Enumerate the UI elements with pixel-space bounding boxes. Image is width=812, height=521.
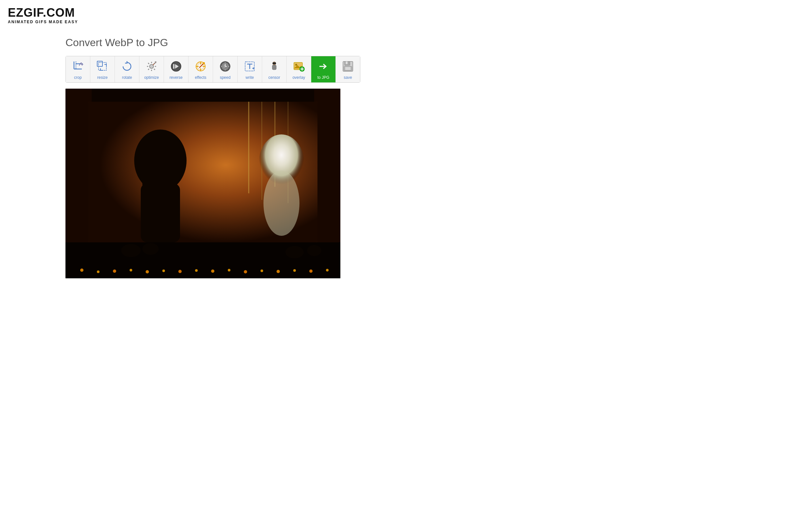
tool-resize[interactable]: resize [90, 56, 115, 83]
censor-icon [267, 59, 282, 74]
logo-area: EZGIF.COM ANIMATED GIFS MADE EASY [0, 0, 812, 30]
reverse-icon [169, 59, 183, 74]
write-icon [242, 59, 257, 74]
svg-rect-45 [272, 65, 276, 70]
svg-point-93 [309, 270, 312, 273]
svg-rect-7 [97, 61, 103, 66]
tool-save[interactable]: save [336, 56, 360, 83]
svg-point-89 [244, 270, 247, 273]
svg-rect-57 [346, 62, 348, 64]
svg-point-84 [162, 270, 165, 272]
speed-icon [218, 59, 233, 74]
tool-censor[interactable]: censor [262, 56, 287, 83]
tool-overlay[interactable]: overlay [287, 56, 311, 83]
svg-point-91 [277, 270, 280, 273]
svg-point-86 [195, 269, 198, 272]
svg-point-48 [295, 64, 297, 66]
svg-point-88 [228, 269, 231, 271]
svg-line-13 [148, 63, 149, 64]
svg-point-85 [178, 270, 182, 273]
tool-rotate[interactable]: rotate [115, 56, 139, 83]
rotate-icon [119, 59, 134, 74]
svg-point-28 [203, 62, 205, 64]
tool-crop-label: crop [74, 75, 82, 80]
tool-effects-label: effects [195, 75, 206, 80]
tool-save-label: save [344, 75, 352, 80]
tool-reverse-label: reverse [170, 75, 183, 80]
image-display [65, 89, 341, 278]
svg-point-79 [80, 269, 84, 272]
tool-effects[interactable]: effects [189, 56, 213, 83]
toolbar: crop resize rot [65, 56, 360, 83]
optimize-icon [144, 59, 159, 74]
svg-marker-4 [80, 63, 83, 65]
svg-point-77 [285, 246, 304, 258]
svg-rect-46 [272, 63, 276, 64]
tool-write[interactable]: write [238, 56, 262, 83]
svg-point-94 [326, 269, 329, 271]
overlay-icon [291, 59, 306, 74]
tool-censor-label: censor [268, 75, 280, 80]
tool-optimize[interactable]: optimize [139, 56, 164, 83]
page-title: Convert WebP to JPG [65, 37, 799, 49]
svg-point-82 [130, 269, 132, 271]
tool-overlay-label: overlay [292, 75, 305, 80]
svg-point-78 [307, 245, 322, 256]
svg-point-76 [142, 243, 159, 255]
logo-subtitle: ANIMATED GIFS MADE EASY [8, 20, 804, 24]
to-jpg-icon [316, 59, 331, 74]
svg-rect-20 [173, 64, 174, 69]
image-container [65, 89, 341, 278]
save-icon [341, 59, 355, 74]
effects-icon [193, 59, 208, 74]
svg-line-14 [154, 69, 155, 70]
svg-point-80 [97, 270, 100, 273]
svg-point-92 [293, 269, 296, 272]
tool-rotate-label: rotate [122, 75, 132, 80]
svg-point-87 [211, 270, 214, 273]
logo-title[interactable]: EZGIF.COM [8, 6, 804, 20]
svg-point-81 [113, 270, 116, 273]
tool-reverse[interactable]: reverse [164, 56, 189, 83]
crop-icon [70, 59, 85, 74]
tool-crop[interactable]: crop [66, 56, 90, 83]
tool-resize-label: resize [97, 75, 108, 80]
svg-point-73 [263, 171, 300, 236]
tool-to-jpg-label: to JPG [317, 75, 330, 80]
main-content: Convert WebP to JPG crop [0, 30, 812, 291]
tool-optimize-label: optimize [144, 75, 159, 80]
svg-point-75 [121, 244, 141, 257]
svg-rect-59 [345, 67, 351, 70]
svg-point-83 [146, 270, 149, 273]
svg-line-16 [148, 69, 149, 70]
resize-icon [95, 59, 110, 74]
tool-speed-label: speed [220, 75, 231, 80]
tool-speed[interactable]: speed [213, 56, 238, 83]
svg-point-90 [261, 270, 263, 272]
tool-to-jpg[interactable]: to JPG [311, 56, 336, 83]
tool-write-label: write [245, 75, 254, 80]
svg-line-27 [199, 64, 203, 68]
